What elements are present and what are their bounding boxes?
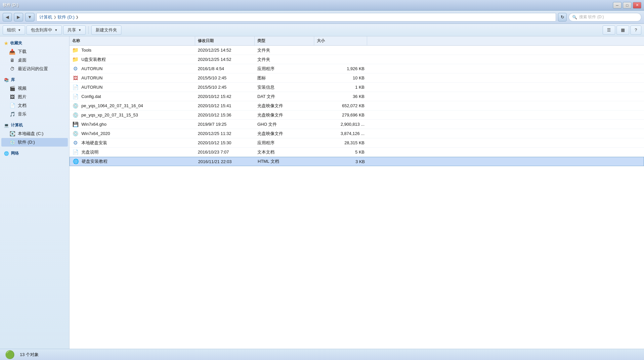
view-buttons: ☰ ▦ ?	[603, 25, 641, 35]
file-size-cell: 36 KB	[314, 92, 367, 101]
close-button[interactable]: ✕	[633, 2, 641, 9]
sidebar-item-software-d[interactable]: 💿 软件 (D:)	[1, 138, 68, 147]
refresh-button[interactable]: ↻	[558, 13, 567, 22]
file-list-header: 名称 修改日期 类型 大小	[69, 36, 644, 46]
file-name-cell: ⚙ 本地硬盘安装	[69, 138, 195, 147]
file-type-cell: DAT 文件	[255, 92, 314, 101]
network-section: 🌐 网络	[1, 149, 68, 158]
local-c-icon: 💽	[9, 131, 15, 137]
table-row[interactable]: 📄 Config.dat 2020/10/12 15:42 DAT 文件 36 …	[69, 92, 644, 101]
minimize-button[interactable]: ─	[613, 2, 622, 9]
share-button[interactable]: 共享 ▼	[63, 25, 86, 35]
file-name: Win7x64_2020	[81, 131, 110, 136]
table-row[interactable]: 💿 pe_yqs_1064_20_07_31_16_04 2020/10/12 …	[69, 101, 644, 111]
file-size-cell	[314, 46, 367, 55]
favorites-header[interactable]: ★ 收藏夹	[1, 39, 68, 47]
search-bar[interactable]: 🔍 搜索 软件 (D:)	[569, 13, 641, 22]
forward-icon: ▶	[17, 15, 20, 20]
library-folder-icon: 📚	[4, 78, 9, 82]
downloads-label: 下载	[18, 49, 26, 55]
table-row[interactable]: 📄 AUTORUN 2015/5/10 2:45 安装信息 1 KB	[69, 83, 644, 92]
include-library-button[interactable]: 包含到库中 ▼	[26, 25, 62, 35]
network-sidebar-icon: 🌐	[4, 151, 9, 156]
col-header-size[interactable]: 大小	[314, 36, 367, 45]
search-icon: 🔍	[572, 15, 577, 20]
file-size-cell: 5 KB	[314, 148, 367, 157]
file-date-cell: 2020/12/25 11:32	[195, 129, 255, 138]
file-name: pe_yqs_xp_20_07_31_15_53	[81, 112, 138, 117]
file-icon: 💾	[72, 121, 79, 128]
dropdown-button[interactable]: ▼	[25, 13, 34, 22]
file-type-cell: 文件夹	[255, 55, 314, 64]
sidebar-item-recent[interactable]: ⏱ 最近访问的位置	[1, 65, 68, 73]
col-header-type[interactable]: 类型	[255, 36, 314, 45]
table-row[interactable]: 💿 pe_yqs_xp_20_07_31_15_53 2020/10/12 15…	[69, 111, 644, 120]
sidebar-item-videos[interactable]: 🎬 视频	[1, 84, 68, 93]
computer-section: 💻 计算机 💽 本地磁盘 (C:) 💿 软件 (D:)	[1, 121, 68, 147]
sidebar-item-documents[interactable]: 📄 文档	[1, 101, 68, 110]
library-header[interactable]: 📚 库	[1, 76, 68, 84]
table-row[interactable]: 🖼 AUTORUN 2015/5/10 2:45 图标 10 KB	[69, 73, 644, 83]
file-date-cell: 2015/5/10 2:45	[195, 73, 255, 82]
col-header-name[interactable]: 名称	[69, 36, 195, 45]
col-header-modified[interactable]: 修改日期	[195, 36, 255, 45]
table-row[interactable]: 📁 U盘安装教程 2020/12/25 14:52 文件夹	[69, 55, 644, 64]
file-icon: 📁	[72, 47, 79, 54]
organize-button[interactable]: 组织 ▼	[3, 25, 25, 35]
file-type-cell: 安装信息	[255, 83, 314, 92]
back-button[interactable]: ◀	[3, 13, 12, 22]
window-controls: ─ □ ✕	[613, 2, 641, 9]
file-size-cell: 652,072 KB	[314, 101, 367, 110]
network-header[interactable]: 🌐 网络	[1, 149, 68, 158]
breadcrumb-sep-1: ❯	[54, 15, 56, 19]
desktop-label: 桌面	[18, 57, 26, 63]
sidebar-item-downloads[interactable]: 📥 下载	[1, 47, 68, 56]
file-type-cell: 光盘映像文件	[255, 101, 314, 110]
computer-sidebar-icon: 💻	[4, 123, 9, 128]
sidebar-item-pictures[interactable]: 🖼 图片	[1, 93, 68, 101]
file-icon: ⚙	[72, 140, 79, 146]
file-name: Config.dat	[81, 94, 101, 99]
file-name: 硬盘安装教程	[82, 158, 107, 164]
table-row[interactable]: 💾 Win7x64.gho 2019/9/7 19:25 GHO 文件 2,90…	[69, 120, 644, 129]
file-name-cell: 💿 pe_yqs_1064_20_07_31_16_04	[69, 101, 195, 110]
sidebar-item-music[interactable]: 🎵 音乐	[1, 110, 68, 118]
file-name: 本地硬盘安装	[81, 140, 107, 146]
new-folder-button[interactable]: 新建文件夹	[91, 25, 121, 35]
table-row[interactable]: 📄 光盘说明 2016/10/23 7:07 文本文档 5 KB	[69, 148, 644, 157]
view-list-button[interactable]: ☰	[603, 25, 615, 35]
file-name-cell: 🖼 AUTORUN	[69, 73, 195, 82]
table-row[interactable]: 🌐 硬盘安装教程 2016/11/21 22:03 HTML 文档 3 KB	[69, 157, 644, 166]
sidebar-item-local-c[interactable]: 💽 本地磁盘 (C:)	[1, 129, 68, 138]
view-details-button[interactable]: ▦	[617, 25, 629, 35]
organize-label: 组织	[7, 27, 16, 33]
file-name-cell: 💿 pe_yqs_xp_20_07_31_15_53	[69, 111, 195, 119]
organize-dropdown-icon: ▼	[18, 28, 21, 32]
chevron-down-icon: ▼	[28, 15, 32, 20]
breadcrumb-sep-2: ❯	[76, 15, 78, 19]
table-row[interactable]: 💿 Win7x64_2020 2020/12/25 11:32 光盘映像文件 3…	[69, 129, 644, 138]
file-icon: 📁	[72, 56, 79, 63]
table-row[interactable]: ⚙ AUTORUN 2016/1/8 4:54 应用程序 1,926 KB	[69, 64, 644, 73]
share-label: 共享	[67, 27, 76, 33]
file-type-cell: 光盘映像文件	[255, 129, 314, 138]
maximize-button[interactable]: □	[623, 2, 631, 9]
breadcrumb-computer[interactable]: 计算机	[39, 14, 52, 20]
file-name: U盘安装教程	[81, 57, 106, 63]
pictures-icon: 🖼	[9, 94, 15, 100]
table-row[interactable]: ⚙ 本地硬盘安装 2020/10/12 15:30 应用程序 28,315 KB	[69, 138, 644, 148]
file-type-cell: GHO 文件	[255, 120, 314, 129]
file-name: AUTORUN	[81, 75, 103, 80]
forward-button[interactable]: ▶	[14, 13, 23, 22]
file-list-container: 名称 修改日期 类型 大小 📁 Tools 2020/12/25 14:52 文…	[69, 36, 644, 349]
file-icon: 📄	[72, 149, 79, 156]
breadcrumb-software-d[interactable]: 软件 (D:)	[58, 14, 74, 20]
status-count: 13 个对象	[20, 352, 39, 358]
table-row[interactable]: 📁 Tools 2020/12/25 14:52 文件夹	[69, 46, 644, 55]
help-button[interactable]: ?	[630, 25, 641, 35]
breadcrumb-bar: 计算机 ❯ 软件 (D:) ❯	[36, 13, 556, 22]
pictures-label: 图片	[18, 94, 26, 100]
sidebar-item-desktop[interactable]: 🖥 桌面	[1, 56, 68, 65]
file-list-body: 📁 Tools 2020/12/25 14:52 文件夹 📁 U盘安装教程 20…	[69, 46, 644, 349]
computer-header[interactable]: 💻 计算机	[1, 121, 68, 129]
